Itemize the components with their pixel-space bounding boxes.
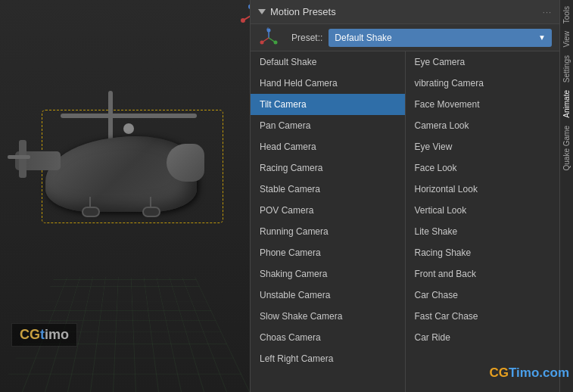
imo-text: imo: [45, 327, 69, 342]
menu-item-racing-shake[interactable]: Racing Shake: [406, 242, 560, 263]
svg-point-13: [267, 28, 271, 32]
helicopter-nose: [167, 144, 204, 182]
side-tabs: ToolsViewSettingsAnimateQuake Game: [559, 0, 573, 392]
menu-item-camera-look[interactable]: Camera Look: [406, 115, 560, 136]
mini-gizmo: Z: [258, 27, 279, 48]
menu-item-head-camera[interactable]: Head Camera: [251, 136, 405, 157]
tail-rotor: [19, 140, 26, 178]
rotor-hub: [123, 123, 134, 134]
menu-left-column: Default ShakeHand Held CameraTilt Camera…: [251, 51, 406, 392]
axis-gizmo: Z: [238, 4, 250, 30]
menu-item-car-ride[interactable]: Car Ride: [406, 327, 560, 348]
menu-item-tilt-camera[interactable]: Tilt Camera: [251, 94, 405, 115]
cgtimo-watermark: CGtimo: [11, 323, 77, 347]
menu-item-hand-held-camera[interactable]: Hand Held Camera: [251, 73, 405, 94]
rotor-main: [61, 114, 197, 118]
view-tab[interactable]: View: [561, 28, 572, 51]
menu-item-shaking-camera[interactable]: Shaking Camera: [251, 263, 405, 285]
menu-item-lite-shake[interactable]: Lite Shake: [406, 221, 560, 242]
svg-point-3: [241, 18, 245, 23]
menu-item-choas-camera[interactable]: Choas Camera: [251, 327, 405, 348]
menu-item-default-shake[interactable]: Default Shake: [251, 51, 405, 73]
menu-item-stable-camera[interactable]: Stable Camera: [251, 179, 405, 200]
options-icon[interactable]: ···: [543, 8, 552, 17]
menu-container: Default ShakeHand Held CameraTilt Camera…: [251, 51, 559, 392]
menu-item-fast-car-chase[interactable]: Fast Car Chase: [406, 306, 560, 327]
animate-tab[interactable]: Animate: [561, 87, 572, 121]
helicopter-model: [15, 91, 227, 257]
3d-viewport: CGtimo Z: [0, 0, 250, 392]
svg-point-12: [274, 40, 278, 44]
panel-header: Motion Presets ···: [251, 0, 559, 24]
timo-bottom-text: Timo.com: [509, 366, 569, 380]
wheel-2: [144, 208, 159, 216]
menu-item-car-chase[interactable]: Car Chase: [406, 285, 560, 306]
menu-item-face-look[interactable]: Face Look: [406, 157, 560, 179]
quake-game-tab[interactable]: Quake Game: [561, 123, 572, 173]
cg-bottom-text: CG: [490, 366, 509, 380]
cg-text: CG: [20, 327, 40, 342]
menu-right-column: Eye Cameravibrating CameraFace MovementC…: [406, 51, 560, 392]
panel-title-row: Motion Presets: [258, 6, 336, 17]
panel-title: Motion Presets: [270, 6, 336, 17]
menu-item-front-and-back[interactable]: Front and Back: [406, 263, 560, 285]
menu-item-slow-shake-camera[interactable]: Slow Shake Camera: [251, 306, 405, 327]
preset-value: Default Shake: [335, 33, 391, 43]
preset-dropdown[interactable]: Default Shake ▼: [329, 29, 552, 47]
menu-item-vertical-look[interactable]: Vertical Look: [406, 200, 560, 221]
menu-item-phone-camera[interactable]: Phone Camera: [251, 242, 405, 263]
preset-row: Z Preset:: Default Shake ▼: [251, 24, 559, 51]
menu-item-unstable-camera[interactable]: Unstable Camera: [251, 285, 405, 306]
tail-prop: [8, 155, 30, 159]
menu-item-horizontal-look[interactable]: Horizontal Look: [406, 179, 560, 200]
dropdown-arrow-icon: ▼: [538, 33, 546, 42]
right-panel: Motion Presets ··· Z Preset:: Default Sh…: [250, 0, 559, 392]
menu-item-racing-camera[interactable]: Racing Camera: [251, 157, 405, 179]
cgtimo-bottom-watermark: CGTimo.com: [490, 366, 569, 381]
menu-item-left-right-camera[interactable]: Left Right Camera: [251, 348, 405, 369]
menu-item-pan-camera[interactable]: Pan Camera: [251, 115, 405, 136]
menu-item-vibrating-camera[interactable]: vibrating Camera: [406, 73, 560, 94]
preset-label: Preset::: [291, 33, 322, 43]
menu-item-eye-view[interactable]: Eye View: [406, 136, 560, 157]
menu-item-face-movement[interactable]: Face Movement: [406, 94, 560, 115]
svg-point-10: [260, 40, 264, 44]
wheel-1: [83, 208, 98, 216]
menu-item-pov-camera[interactable]: POV Camera: [251, 200, 405, 221]
collapse-icon[interactable]: [258, 9, 266, 14]
tools-tab[interactable]: Tools: [561, 3, 572, 26]
menu-item-running-camera[interactable]: Running Camera: [251, 221, 405, 242]
menu-item-eye-camera[interactable]: Eye Camera: [406, 51, 560, 73]
settings-tab[interactable]: Settings: [561, 52, 572, 86]
